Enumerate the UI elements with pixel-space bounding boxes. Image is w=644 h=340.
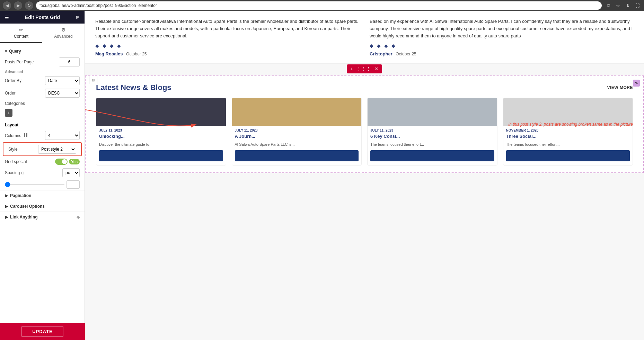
hamburger-icon[interactable]: ☰ [5,15,9,20]
sidebar-content: ▾ Query Posts Per Page Advanced Order By… [0,43,85,340]
grid-special-toggle[interactable] [55,159,68,165]
reviews-section: Reliable and customer-oriented! Alsafwa … [85,11,644,64]
url-bar[interactable] [36,1,602,10]
post-card-2: JULY 11, 2023 A Journ... Al Safwa Auto S… [232,98,362,165]
post-image-2 [232,98,362,126]
posts-per-page-label: Posts Per Page [5,60,59,64]
post-card-1: JULY 11, 2023 Unlocking... Discover the … [96,98,226,165]
pagination-label: Pagination [10,193,31,198]
categories-row: Categories [0,99,85,108]
move-element-button[interactable]: ⋮⋮⋮ [356,66,371,72]
view-more-link[interactable]: VIEW MORE [607,85,633,90]
categories-add-row: + [0,108,85,118]
content-area: Reliable and customer-oriented! Alsafwa … [85,11,644,340]
update-button[interactable]: UPDATE [21,326,63,337]
post-card-body-3: JULY 11, 2023 6 Key Consi... The teams f… [368,126,497,165]
post-title-4: Three Social... [506,134,630,140]
add-element-button[interactable]: + [350,66,353,72]
post-btn-3[interactable] [370,150,494,161]
carousel-arrow-icon: ▶ [5,204,8,209]
columns-label: Columns [5,133,45,138]
review-text-2: Based on my experience with Al Safwa Int… [370,18,634,39]
extensions-button[interactable]: ⧉ [605,2,612,9]
browser-toolbar: ◀ ▶ ↻ ⧉ ☆ ⬇ ⛶ [0,0,644,11]
columns-icon [24,134,27,138]
section-indicator: ⊟ [89,76,97,84]
carousel-options-section[interactable]: ▶ Carousel Options [0,201,85,212]
link-anything-label: Link Anything [10,215,38,220]
query-label: Query [9,49,21,54]
grid-special-value: Yes [69,159,80,164]
toggle-knob [62,159,67,164]
tab-content[interactable]: ✏ Content [0,24,42,43]
edit-icon-overlay[interactable]: ✎ [633,80,640,87]
spacing-unit-select[interactable]: px em % [62,168,80,177]
post-excerpt-4: The teams focused their effort... [506,142,630,147]
grid-special-toggle-wrap: Yes [55,159,80,165]
query-arrow-icon: ▾ [5,49,7,54]
carousel-options-label: Carousel Options [10,204,45,209]
add-category-button[interactable]: + [5,109,12,117]
grid-special-row: Grid special Yes [0,157,85,167]
query-section-header[interactable]: ▾ Query [0,47,85,56]
spacing-icon: ⊡ [21,171,24,175]
style-select[interactable]: Post style 2 Post style 1 Post style 3 [38,145,76,154]
spacing-value-input[interactable] [67,180,80,189]
columns-select[interactable]: 4 1 2 3 [45,131,80,140]
post-excerpt-2: Al Safwa Auto Spare Parts LLC is... [235,142,359,147]
review-stars-1: ◆ ◆ ◆ ◆ [95,43,359,48]
posts-grid-section: ⊟ ✎ Latest News & Blogs VIEW MORE JULY 1… [85,75,644,173]
post-excerpt-3: The teams focused their effort... [370,142,494,147]
main-wrapper: ☰ Edit Posts Grid ⊞ ✏ Content ⚙ Advanced… [0,0,644,340]
tab-advanced[interactable]: ⚙ Advanced [42,24,85,43]
forward-button[interactable]: ▶ [14,1,22,10]
bookmark-button[interactable]: ☆ [614,2,622,9]
reviewer-name-2: Cristopher [370,51,392,56]
post-excerpt-1: Discover the ultimate guide to... [99,142,223,147]
back-button[interactable]: ◀ [3,1,11,10]
elementor-toolbar: + ⋮⋮⋮ ✕ [85,64,644,74]
spacing-slider[interactable] [5,184,64,185]
close-element-button[interactable]: ✕ [374,66,379,72]
elementor-action-bar: + ⋮⋮⋮ ✕ [347,64,382,73]
review-item: Reliable and customer-oriented! Alsafwa … [95,18,359,56]
spacing-slider-row [0,179,85,190]
fullscreen-button[interactable]: ⛶ [634,2,641,9]
order-by-row: Order By Date Title Author [0,74,85,87]
grid-view-icon[interactable]: ⊞ [76,15,80,20]
categories-label: Categories [5,101,80,106]
spacing-label: Spacing ⊡ [5,170,62,175]
post-btn-4[interactable] [506,150,630,161]
post-title-2: A Journ... [235,134,359,140]
pagination-section[interactable]: ▶ Pagination [0,190,85,201]
post-card-body-4: NOVEMBER 1, 2020 Three Social... The tea… [503,126,633,165]
reviewer-date-2: October 25 [396,52,416,56]
section-top: Latest News & Blogs VIEW MORE [96,83,633,92]
spacing-unit-wrap: px em % [62,168,80,177]
reload-button[interactable]: ↻ [25,1,33,10]
download-button[interactable]: ⬇ [624,2,632,9]
update-bar: UPDATE [0,323,85,340]
link-anything-section[interactable]: ▶ Link Anything ◈ [0,212,85,222]
order-by-select[interactable]: Date Title Author [45,76,80,85]
section-title: Latest News & Blogs [96,83,171,92]
spacing-row: Spacing ⊡ px em % [0,167,85,179]
sidebar-title: Edit Posts Grid [25,15,60,20]
review-text-1: Reliable and customer-oriented! Alsafwa … [95,18,359,39]
review-stars-2: ◆ ◆ ◆ ◆ [370,43,634,48]
post-btn-2[interactable] [235,150,359,161]
reviewer-date-1: October 25 [126,52,147,56]
post-card-body-1: JULY 11, 2023 Unlocking... Discover the … [96,126,226,165]
browser-actions: ⧉ ☆ ⬇ ⛶ [605,2,641,9]
order-select[interactable]: DESC ASC [45,89,80,98]
posts-per-page-input[interactable] [59,57,80,66]
post-date-4: NOVEMBER 1, 2020 [506,128,630,132]
posts-per-page-row: Posts Per Page [0,56,85,68]
order-by-label: Order By [5,78,45,83]
reviewer-row-1: Meg Rosales October 25 [95,51,359,56]
post-date-3: JULY 11, 2023 [370,128,494,132]
review-item-2: Based on my experience with Al Safwa Int… [370,18,634,56]
post-title-3: 6 Key Consi... [370,134,494,140]
sidebar: ☰ Edit Posts Grid ⊞ ✏ Content ⚙ Advanced… [0,11,85,340]
post-btn-1[interactable] [99,150,223,161]
